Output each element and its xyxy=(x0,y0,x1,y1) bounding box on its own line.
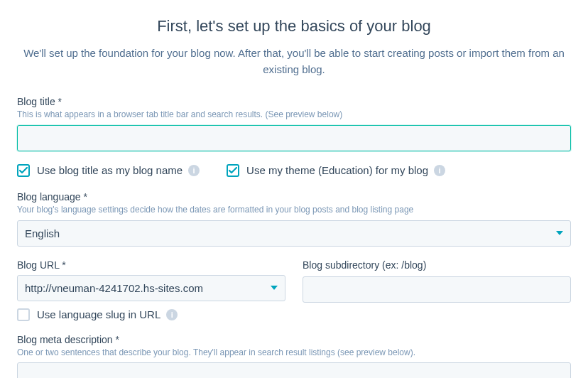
blog-language-group: Blog language * Your blog's language set… xyxy=(17,191,571,247)
meta-description-group: Blog meta description * One or two sente… xyxy=(17,334,571,378)
blog-language-label: Blog language * xyxy=(17,191,571,202)
use-title-as-name-label[interactable]: Use blog title as my blog name xyxy=(37,164,183,176)
blog-url-label: Blog URL * xyxy=(17,259,285,271)
blog-language-select[interactable]: English xyxy=(17,220,571,247)
use-title-as-name-checkbox[interactable] xyxy=(17,164,30,177)
info-icon[interactable]: i xyxy=(166,309,178,320)
blog-url-select[interactable]: http://vneuman-4241702.hs-sites.com xyxy=(17,275,285,301)
page-subtitle: We'll set up the foundation for your blo… xyxy=(20,45,568,77)
use-theme-label[interactable]: Use my theme (Education) for my blog xyxy=(246,164,428,176)
meta-description-textarea[interactable] xyxy=(17,362,571,378)
info-icon[interactable]: i xyxy=(188,165,200,176)
blog-title-help: This is what appears in a browser tab ti… xyxy=(17,109,571,121)
blog-title-label: Blog title * xyxy=(17,96,571,107)
checkbox-row: Use blog title as my blog name i Use my … xyxy=(17,164,571,177)
blog-language-value: English xyxy=(25,227,60,239)
caret-down-icon xyxy=(556,231,563,235)
blog-language-help: Your blog's language settings decide how… xyxy=(17,204,571,216)
use-language-slug-label[interactable]: Use language slug in URL xyxy=(37,308,160,320)
caret-down-icon xyxy=(271,286,278,290)
blog-url-value: http://vneuman-4241702.hs-sites.com xyxy=(25,282,203,294)
blog-title-group: Blog title * This is what appears in a b… xyxy=(17,96,571,151)
meta-description-help: One or two sentences that describe your … xyxy=(17,347,571,359)
use-theme-checkbox[interactable] xyxy=(227,164,239,177)
blog-subdirectory-group: Blog subdirectory (ex: /blog) xyxy=(303,259,571,321)
page-title: First, let's set up the basics of your b… xyxy=(17,17,571,36)
info-icon[interactable]: i xyxy=(434,165,445,176)
blog-title-input[interactable] xyxy=(17,125,571,151)
blog-subdirectory-label: Blog subdirectory (ex: /blog) xyxy=(303,259,571,271)
meta-description-label: Blog meta description * xyxy=(17,334,571,345)
blog-subdirectory-input[interactable] xyxy=(303,276,571,303)
blog-url-group: Blog URL * http://vneuman-4241702.hs-sit… xyxy=(17,259,285,321)
use-language-slug-checkbox[interactable] xyxy=(17,308,30,321)
